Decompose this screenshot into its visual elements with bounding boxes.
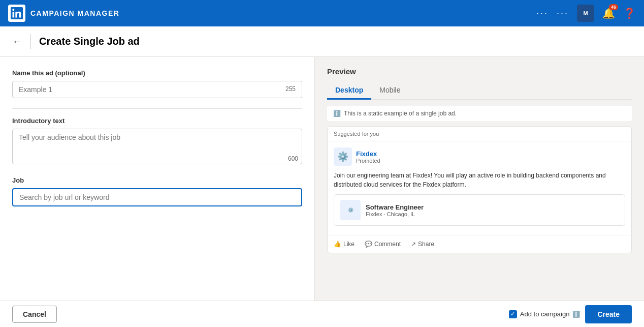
card-suggested-label: Suggested for you	[328, 127, 631, 141]
job-title: Software Engineer	[366, 203, 424, 211]
intro-char-count: 600	[288, 155, 298, 162]
intro-textarea-wrapper: 600	[12, 129, 302, 166]
tab-mobile[interactable]: Mobile	[371, 82, 408, 100]
job-subtitle: Fixdex · Chicago, IL	[366, 211, 424, 217]
campaign-check: ✓ Add to campaign ℹ️	[509, 310, 581, 318]
preview-title: Preview	[327, 67, 632, 76]
back-button[interactable]: ←	[12, 36, 22, 47]
footer: Cancel ✓ Add to campaign ℹ️ Create	[0, 301, 644, 327]
company-logo-icon: ⚙️	[337, 151, 348, 162]
name-char-count: 255	[285, 85, 296, 93]
job-listing: ⚙️ Software Engineer Fixdex · Chicago, I…	[334, 194, 625, 226]
avatar[interactable]: M	[577, 5, 594, 22]
card-body: ⚙️ Fixdex Promoted Join our engineering …	[328, 141, 631, 232]
main-layout: Name this ad (optional) 255 Introductory…	[0, 57, 644, 301]
card-actions: 👍 Like 💬 Comment ↗ Share	[328, 235, 631, 253]
nav-dots-2[interactable]: ···	[557, 8, 569, 19]
share-button[interactable]: ↗ Share	[411, 241, 434, 248]
name-label: Name this ad (optional)	[12, 69, 302, 77]
like-icon: 👍	[334, 241, 341, 248]
section-divider-1	[12, 108, 302, 109]
job-label: Job	[12, 176, 302, 184]
job-search-input[interactable]	[12, 188, 302, 206]
header-divider	[30, 34, 31, 49]
nav-right: ··· ··· M 🔔 46 ❓	[536, 5, 636, 22]
comment-button[interactable]: 💬 Comment	[365, 241, 401, 248]
nav-dots-1[interactable]: ···	[536, 8, 549, 19]
name-input-display: 255	[12, 81, 302, 98]
promoted-label: Promoted	[356, 158, 380, 164]
comment-label: Comment	[374, 241, 401, 248]
job-logo-icon: ⚙️	[348, 207, 353, 213]
footer-right: ✓ Add to campaign ℹ️ Create	[509, 305, 632, 323]
like-label: Like	[343, 241, 355, 248]
create-button[interactable]: Create	[585, 305, 632, 323]
help-icon[interactable]: ❓	[623, 7, 636, 19]
static-notice-text: This is a static example of a single job…	[344, 110, 457, 117]
add-to-campaign-checkbox[interactable]: ✓	[509, 310, 517, 318]
job-info: Software Engineer Fixdex · Chicago, IL	[366, 203, 424, 217]
share-label: Share	[418, 241, 434, 248]
right-panel: Preview Desktop Mobile ℹ️ This is a stat…	[315, 57, 644, 301]
tab-desktop[interactable]: Desktop	[327, 82, 371, 100]
linkedin-logo	[8, 5, 25, 22]
name-input[interactable]	[19, 85, 285, 94]
notification-icon[interactable]: 🔔 46	[602, 7, 615, 19]
name-field-group: Name this ad (optional) 255	[12, 69, 302, 98]
nav-brand-label: CAMPAIGN MANAGER	[30, 9, 119, 17]
intro-field-group: Introductory text 600	[12, 117, 302, 166]
share-icon: ↗	[411, 241, 416, 248]
avatar-initials: M	[583, 10, 588, 16]
nav-left: CAMPAIGN MANAGER	[8, 5, 119, 22]
intro-textarea[interactable]	[12, 129, 302, 164]
add-to-campaign-label: Add to campaign	[520, 310, 570, 318]
page-title: Create Single Job ad	[39, 36, 140, 47]
comment-icon: 💬	[365, 241, 372, 248]
add-to-campaign-info-icon[interactable]: ℹ️	[572, 311, 580, 318]
like-button[interactable]: 👍 Like	[334, 241, 355, 248]
info-circle-icon: ℹ️	[333, 110, 341, 117]
static-notice: ℹ️ This is a static example of a single …	[327, 106, 632, 121]
company-name: Fixdex	[356, 150, 380, 158]
company-logo: ⚙️	[334, 147, 352, 166]
cancel-button[interactable]: Cancel	[12, 306, 57, 323]
page-header: ← Create Single Job ad	[0, 26, 644, 57]
top-nav: CAMPAIGN MANAGER ··· ··· M 🔔 46 ❓	[0, 0, 644, 26]
intro-label: Introductory text	[12, 117, 302, 125]
left-panel: Name this ad (optional) 255 Introductory…	[0, 57, 315, 301]
notification-badge: 46	[609, 4, 618, 10]
job-logo: ⚙️	[340, 200, 361, 220]
job-field-group: Job	[12, 176, 302, 206]
preview-card: Suggested for you ⚙️ Fixdex Promoted Joi…	[327, 126, 632, 253]
company-info: Fixdex Promoted	[356, 150, 380, 164]
preview-tabs: Desktop Mobile	[327, 82, 632, 100]
card-description: Join our engineering team at Fixdex! You…	[334, 171, 625, 189]
company-row: ⚙️ Fixdex Promoted	[334, 147, 625, 166]
